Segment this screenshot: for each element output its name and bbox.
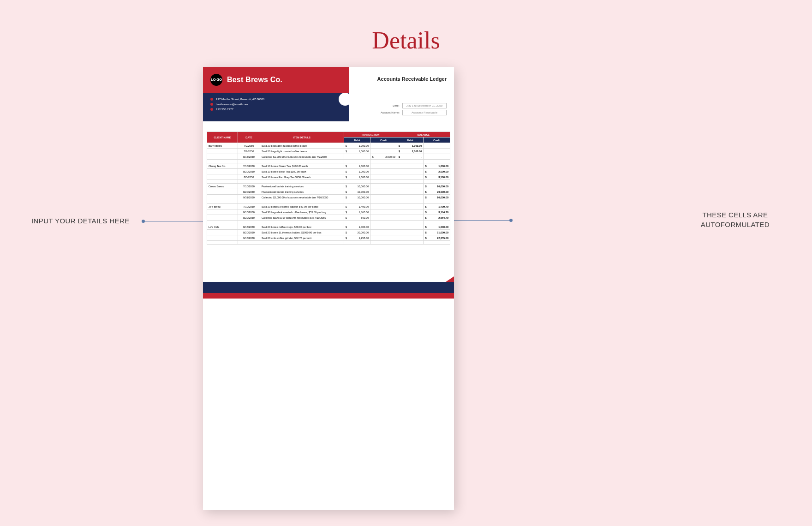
date-cell: 8/5/2050	[238, 174, 260, 180]
table-row: La's Cafe8/15/2050Sold 20 boxes coffee m…	[207, 224, 450, 230]
table-row: Cheng Tea Co.7/10/2050Sold 10 boxes Gree…	[207, 163, 450, 169]
th-bal-credit: Credit	[424, 137, 450, 143]
details-cell: Sold 10 boxes Black Tea $100.00 each	[260, 169, 344, 174]
money-cell	[344, 154, 370, 160]
money-cell: $20,000.00	[344, 230, 370, 235]
money-cell	[370, 195, 397, 200]
money-cell: $20,000.00	[424, 189, 450, 195]
spacer-row	[207, 160, 450, 163]
money-cell: $1,000.00	[397, 143, 424, 149]
money-cell	[397, 209, 424, 215]
date-cell: 9/31/2050	[238, 195, 260, 200]
client-cell	[207, 189, 238, 195]
money-cell	[424, 154, 450, 160]
money-cell: $21,000.00	[424, 230, 450, 235]
line-dot-icon	[142, 220, 145, 223]
ledger-table-wrap: CLIENT NAME DATE ITEM DETAILS TRANSACTIO…	[207, 132, 450, 245]
money-cell: $2,000.00	[424, 169, 450, 174]
money-cell	[370, 174, 397, 180]
details-cell: Sold 20 boxes coffee mugs, $50.00 per bo…	[260, 224, 344, 230]
date-cell: 8/20/2050	[238, 189, 260, 195]
details-cell: Sold 20 bags light roasted coffee beans	[260, 149, 344, 154]
date-cell: 7/10/2050	[238, 163, 260, 169]
money-cell	[424, 143, 450, 149]
client-cell	[207, 209, 238, 215]
money-cell	[370, 184, 397, 189]
callout-left: INPUT YOUR DETAILS HERE	[31, 217, 130, 225]
details-cell: Professional barista training services	[260, 189, 344, 195]
money-cell	[397, 195, 424, 200]
money-cell	[397, 163, 424, 169]
money-cell: $1,500.00	[344, 174, 370, 180]
table-row: 8/10/2050Sold 30 bags dark roasted coffe…	[207, 209, 450, 215]
money-cell: $1,499.70	[344, 204, 370, 209]
table-row: 9/15/2050Sold 20 units coffee grinder, $…	[207, 235, 450, 241]
money-cell: $2,000.00	[370, 154, 397, 160]
money-cell: $1,000.00	[344, 149, 370, 154]
details-cell: Sold 10 boxes Earl Grey Tea $150.00 each	[260, 174, 344, 180]
date-cell: 7/10/2050	[238, 184, 260, 189]
money-cell	[370, 230, 397, 235]
table-row: Crews Brews7/10/2050Professional barista…	[207, 184, 450, 189]
money-cell: $1,000.00	[344, 143, 370, 149]
callout-right: THESE CELLS ARE AUTOFORMULATED	[701, 210, 770, 229]
doc-header-navy: 227 Martha Street, Prescott, AZ 86301 be…	[203, 93, 349, 121]
contact-email-text: bestbrewsco@email.com	[216, 102, 248, 106]
money-cell	[397, 169, 424, 174]
date-cell: 8/10/2050	[238, 209, 260, 215]
money-cell	[370, 163, 397, 169]
ledger-table: CLIENT NAME DATE ITEM DETAILS TRANSACTIO…	[207, 132, 450, 245]
money-cell	[397, 224, 424, 230]
details-cell: Sold 20 boxes 1L thermos bottles, $1000.…	[260, 230, 344, 235]
money-cell: $22,255.00	[424, 235, 450, 241]
money-cell	[370, 169, 397, 174]
spacer-row	[207, 180, 450, 184]
money-cell	[370, 235, 397, 241]
money-cell: $1,255.00	[344, 235, 370, 241]
money-cell	[397, 184, 424, 189]
th-bal-debit: Debit	[397, 137, 424, 143]
doc-header-red: LO GO Best Brews Co.	[203, 67, 349, 93]
bullet-icon	[210, 108, 213, 111]
money-cell	[424, 149, 450, 154]
details-cell: Professional barista training services	[260, 184, 344, 189]
th-transaction: TRANSACTION	[344, 132, 397, 137]
bullet-icon	[210, 98, 213, 101]
date-cell: 9/15/2050	[238, 235, 260, 241]
money-cell	[370, 189, 397, 195]
th-date: DATE	[238, 132, 260, 143]
money-cell	[397, 189, 424, 195]
money-cell: $10,000.00	[424, 184, 450, 189]
client-cell: Cheng Tea Co.	[207, 163, 238, 169]
money-cell	[370, 149, 397, 154]
client-cell	[207, 195, 238, 200]
meta-date-value: July 1 to September 01, 2050	[402, 103, 447, 108]
table-row: 8/20/2050Collected $500.00 of accounts r…	[207, 215, 450, 221]
table-row: 8/5/2050Sold 10 boxes Earl Grey Tea $150…	[207, 174, 450, 180]
header-notch	[339, 93, 352, 106]
contact-email: bestbrewsco@email.com	[210, 102, 341, 106]
details-cell: Sold 30 bags dark roasted coffee beans, …	[260, 209, 344, 215]
client-cell	[207, 169, 238, 174]
money-cell	[397, 204, 424, 209]
meta-block: Date: July 1 to September 01, 2050 Accou…	[381, 103, 447, 117]
money-cell: $500.00	[344, 215, 370, 221]
callout-right-line1: THESE CELLS ARE	[702, 211, 768, 219]
table-row: 8/20/2050Sold 10 boxes Black Tea $100.00…	[207, 169, 450, 174]
table-row: 7/2/2050Sold 20 bags light roasted coffe…	[207, 149, 450, 154]
logo-icon: LO GO	[210, 74, 222, 86]
page-title: Details	[0, 0, 812, 67]
client-cell	[207, 174, 238, 180]
date-cell: 7/2/2050	[238, 149, 260, 154]
spacer-row	[207, 241, 450, 245]
contact-phone: 222 555 7777	[210, 108, 341, 111]
details-cell: Collected $2,000.00 of accounts receivab…	[260, 195, 344, 200]
money-cell: $3,500.00	[424, 174, 450, 180]
details-cell: Collected $500.00 of accounts receivable…	[260, 215, 344, 221]
spacer-row	[207, 200, 450, 204]
th-balance: BALANCE	[397, 132, 450, 137]
doc-subtitle: Accounts Receivable Ledger	[377, 76, 447, 82]
client-cell: La's Cafe	[207, 224, 238, 230]
table-row: 8/15/2050Collected $1,000.00 of accounts…	[207, 154, 450, 160]
contact-address: 227 Martha Street, Prescott, AZ 86301	[210, 97, 341, 101]
